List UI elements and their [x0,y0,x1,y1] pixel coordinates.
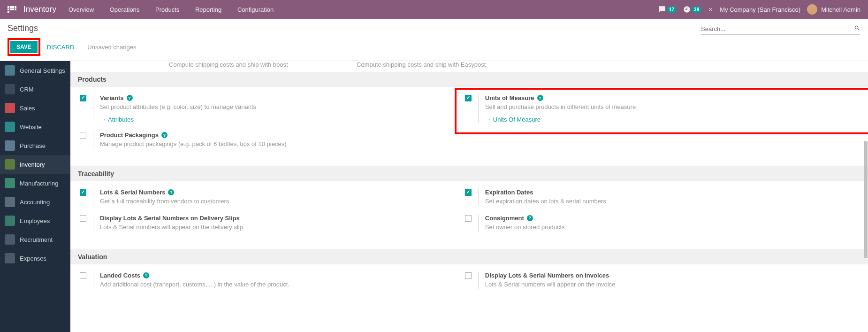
settings-cell: Units of Measure?Sell and purchase produ… [465,94,839,123]
settings-cell: Display Lots & Serial Numbers on Deliver… [80,215,454,232]
option-description: Add additional cost (transport, customs,… [100,280,454,289]
sidebar-item-manufacturing[interactable]: Manufacturing [0,174,70,193]
user-name: Mitchell Admin [821,6,860,13]
sidebar-item-accounting[interactable]: Accounting [0,193,70,211]
purchase-icon [5,140,15,151]
nav-configuration[interactable]: Configuration [237,6,274,13]
top-nav: Overview Operations Products Reporting C… [69,6,288,13]
page-header: Settings SAVE DISCARD Unsaved changes [0,19,868,61]
settings-row: Landed Costs?Add additional cost (transp… [80,272,859,289]
accounting-icon [5,197,15,207]
arrow-right-icon: → [100,116,106,123]
option-label: Consignment [485,215,524,222]
settings-row: Lots & Serial Numbers?Get a full traceab… [80,189,859,206]
settings-cell: Expiration DatesSet expiration dates on … [465,189,839,206]
section-header-valuation: Valuation [70,249,868,264]
sidebar-item-label: Purchase [20,142,46,149]
clipped-prev-row: Compute shipping costs and ship with bpo… [70,61,868,72]
checkbox-landed-costs[interactable] [80,272,86,279]
checkbox-variants[interactable] [80,95,86,101]
checkbox-display-lots-serial-numbers-on-delivery-slips[interactable] [80,215,86,222]
crm-icon [5,84,15,94]
sidebar-item-label: General Settings [20,67,65,74]
settings-cell: Landed Costs?Add additional cost (transp… [80,272,454,289]
search-box[interactable] [701,23,860,35]
help-icon[interactable]: ? [537,95,543,101]
save-button[interactable]: SAVE [10,41,38,53]
search-input[interactable] [701,23,854,34]
topbar: Inventory Overview Operations Products R… [0,0,868,19]
user-menu[interactable]: Mitchell Admin [807,4,860,15]
sidebar-item-label: Accounting [20,199,50,206]
sidebar-item-sales[interactable]: Sales [0,99,70,117]
checkbox-expiration-dates[interactable] [465,189,472,196]
clock-icon [683,6,691,13]
scrollbar-thumb[interactable] [864,141,868,258]
settings-row: Display Lots & Serial Numbers on Deliver… [80,215,859,232]
option-description: Set owner on stored products [485,223,839,232]
tray-close-icon[interactable]: ✕ [708,6,713,13]
nav-products[interactable]: Products [155,6,179,13]
option-link-attributes[interactable]: →Attributes [100,116,454,123]
manufacturing-icon [5,178,15,188]
help-icon[interactable]: ? [527,215,533,221]
messages-button[interactable]: 17 [658,6,677,13]
option-description: Set product attributes (e.g. color, size… [100,103,454,111]
sidebar-item-label: Sales [20,105,35,112]
company-selector[interactable]: My Company (San Francisco) [720,6,800,13]
settings-sidebar: General SettingsCRMSalesWebsitePurchaseI… [0,61,70,332]
sidebar-item-label: Recruitment [20,236,53,243]
sidebar-item-label: CRM [20,86,34,93]
section-header-products: Products [70,72,868,87]
help-icon[interactable]: ? [143,272,149,278]
option-label: Variants [100,94,124,101]
sidebar-item-label: Website [20,124,42,131]
sidebar-item-expenses[interactable]: Expenses [0,249,70,268]
settings-cell: Variants?Set product attributes (e.g. co… [80,94,454,123]
app-name[interactable]: Inventory [23,5,56,14]
option-description: Lots & Serial numbers will appear on the… [100,223,454,232]
discard-button[interactable]: DISCARD [41,41,80,53]
sidebar-item-label: Manufacturing [20,180,58,187]
option-label: Display Lots & Serial Numbers on Deliver… [100,215,240,222]
help-icon[interactable]: ? [161,132,168,138]
sidebar-item-website[interactable]: Website [0,117,70,136]
option-label: Expiration Dates [485,189,533,196]
option-label: Product Packagings [100,131,159,139]
help-icon[interactable]: ? [168,189,174,195]
nav-operations[interactable]: Operations [110,6,140,13]
unsaved-indicator: Unsaved changes [87,44,136,51]
checkbox-product-packagings[interactable] [80,132,86,139]
checkbox-lots-serial-numbers[interactable] [80,189,86,196]
search-icon[interactable] [854,25,860,33]
settings-content: Compute shipping costs and ship with bpo… [70,61,868,332]
option-link-units-of-measure[interactable]: →Units Of Measure [485,116,839,123]
settings-cell: Consignment?Set owner on stored products [465,215,839,232]
help-icon[interactable]: ? [127,95,133,101]
arrow-right-icon: → [485,116,491,123]
expenses-icon [5,253,15,263]
sidebar-item-label: Inventory [20,161,45,168]
section-valuation: Landed Costs?Add additional cost (transp… [70,264,868,307]
option-label: Lots & Serial Numbers [100,189,165,196]
sidebar-item-employees[interactable]: Employees [0,211,70,230]
sidebar-item-label: Employees [20,217,50,224]
sidebar-item-recruitment[interactable]: Recruitment [0,230,70,249]
website-icon [5,122,15,132]
apps-icon[interactable] [8,6,17,13]
checkbox-consignment[interactable] [465,215,472,222]
section-header-traceability: Traceability [70,166,868,181]
sidebar-item-inventory[interactable]: Inventory [0,155,70,174]
nav-reporting[interactable]: Reporting [195,6,221,13]
option-label: Display Lots & Serial Numbers on Invoice… [485,272,609,279]
settings-cell: Product Packagings?Manage product packag… [80,131,454,148]
settings-row: Product Packagings?Manage product packag… [80,131,859,148]
messages-count: 17 [667,7,677,13]
nav-overview[interactable]: Overview [69,6,94,13]
checkbox-display-lots-serial-numbers-on-invoices[interactable] [465,272,472,279]
checkbox-units-of-measure[interactable] [465,95,472,101]
sidebar-item-general-settings[interactable]: General Settings [0,61,70,80]
sidebar-item-crm[interactable]: CRM [0,80,70,99]
sidebar-item-purchase[interactable]: Purchase [0,136,70,155]
activities-button[interactable]: 38 [683,6,701,13]
